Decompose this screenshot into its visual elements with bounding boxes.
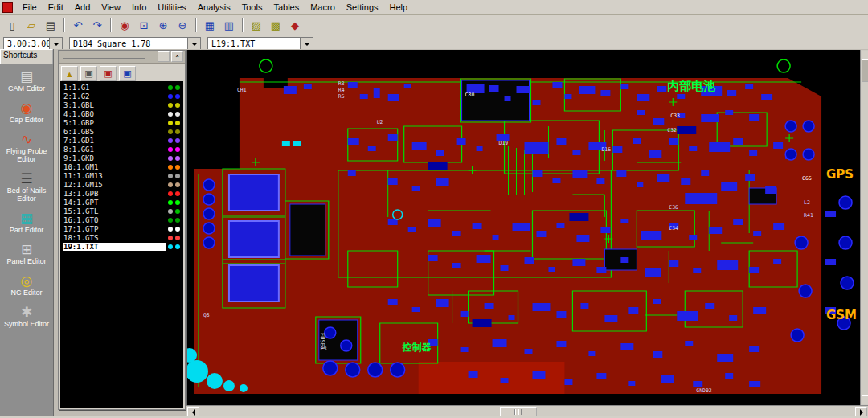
layer-row[interactable]: 17:1.GTP	[60, 224, 183, 233]
layer-color-dot[interactable]	[175, 244, 180, 249]
redo-icon[interactable]: ↷	[88, 16, 107, 34]
layer-color-dot[interactable]	[168, 174, 173, 178]
layer-row[interactable]: 3:1.GBL	[60, 100, 183, 109]
layer-row[interactable]: 14:1.GPT	[60, 198, 183, 207]
layer-row[interactable]: 1:1.G1	[60, 83, 183, 92]
drag-handle[interactable]	[63, 55, 145, 59]
layer-color-dot[interactable]	[168, 121, 173, 125]
sidebar-item-panel-editor[interactable]: ⊞ Panel Editor	[0, 237, 53, 268]
layer-color-dot[interactable]	[175, 121, 180, 125]
layer-color-dot[interactable]	[168, 200, 173, 205]
layer-row[interactable]: 16:1.GTO	[60, 215, 183, 224]
sidebar-item-symbol-editor[interactable]: ✱ Symbol Editor	[0, 300, 53, 331]
layer-color-dot[interactable]	[175, 218, 180, 223]
menu-item-info[interactable]: Info	[126, 1, 152, 14]
layer-color-dot[interactable]	[168, 165, 173, 170]
menu-item-tools[interactable]: Tools	[236, 1, 268, 14]
layer-row-selected[interactable]: 19:1.TXT	[60, 242, 183, 251]
layer-colors-icon[interactable]: ▣	[100, 66, 117, 81]
macro-icon[interactable]: ◆	[285, 16, 305, 34]
layer-row[interactable]: 18:1.GTS	[60, 233, 183, 242]
layer-color-dot[interactable]	[168, 147, 173, 152]
layer-row[interactable]: 12:1.GM15	[60, 180, 183, 189]
scroll-up-button[interactable]	[862, 51, 868, 59]
layer-color-dot[interactable]	[168, 218, 173, 223]
menu-item-settings[interactable]: Settings	[341, 1, 384, 14]
pcb-canvas[interactable]: 内部电池 GPS GSM 控制器 FUSE1 CH1 R3 R4 R5 U2 C…	[186, 50, 868, 405]
layer-row[interactable]: 13:1.GPB	[60, 189, 183, 198]
layer-color-dot[interactable]	[175, 103, 180, 108]
open-file-icon[interactable]: ▱	[22, 16, 41, 34]
menu-item-tables[interactable]: Tables	[268, 1, 305, 14]
layer-row[interactable]: 8:1.GG1	[60, 145, 183, 154]
film-grid-active-icon[interactable]: ▩	[266, 16, 285, 34]
sidebar-item-bed-of-nails-editor[interactable]: ☰ Bed of Nails Editor	[0, 166, 53, 206]
horizontal-scrollbar[interactable]	[186, 405, 868, 417]
layer-row[interactable]: 7:1.GD1	[60, 136, 183, 145]
menu-item-utilities[interactable]: Utilities	[152, 1, 191, 14]
scroll-down-button[interactable]	[862, 395, 868, 404]
pcb-view[interactable]: 内部电池 GPS GSM 控制器 FUSE1 CH1 R3 R4 R5 U2 C…	[187, 50, 868, 405]
sidebar-item-part-editor[interactable]: ▦ Part Editor	[0, 206, 53, 237]
aperture-table-icon[interactable]: ▥	[219, 16, 239, 34]
layer-color-dot[interactable]	[175, 174, 180, 178]
layer-color-dot[interactable]	[168, 129, 173, 134]
layer-color-dot[interactable]	[168, 182, 173, 187]
layer-color-dot[interactable]	[168, 138, 173, 143]
layer-row[interactable]: 15:1.GTL	[60, 207, 183, 215]
sidebar-item-flying-probe-editor[interactable]: ∿ Flying Probe Editor	[0, 127, 53, 166]
new-file-icon[interactable]: ▯	[2, 16, 22, 34]
redraw-icon[interactable]: ◉	[115, 16, 134, 34]
layer-color-dot[interactable]	[175, 138, 180, 143]
layer-color-dot[interactable]	[168, 209, 173, 214]
layer-import-icon[interactable]: ▣	[80, 66, 97, 81]
vertical-scroll-thumb[interactable]	[862, 59, 868, 82]
undo-icon[interactable]: ↶	[68, 16, 88, 34]
layers-panel-titlebar[interactable]: _ ×	[59, 51, 185, 64]
layer-row[interactable]: 6:1.GBS	[60, 127, 183, 136]
layer-color-dot[interactable]	[175, 191, 180, 196]
layer-row[interactable]: 10:1.GM1	[60, 162, 183, 171]
layer-color-dot[interactable]	[168, 227, 173, 232]
menu-item-analysis[interactable]: Analysis	[192, 1, 236, 14]
layer-color-dot[interactable]	[175, 200, 180, 205]
film-grid-icon[interactable]: ▨	[247, 16, 266, 34]
zoom-in-icon[interactable]: ⊕	[154, 16, 173, 34]
menu-item-macro[interactable]: Macro	[305, 1, 341, 14]
layer-row[interactable]: 5:1.GBP	[60, 118, 183, 127]
layer-color-dot[interactable]	[168, 94, 173, 99]
layer-color-dot[interactable]	[175, 165, 180, 170]
sidebar-item-cam-editor[interactable]: ▤ CAM Editor	[0, 64, 53, 96]
layer-color-dot[interactable]	[175, 227, 180, 232]
layer-color-dot[interactable]	[175, 129, 180, 134]
layer-color-dot[interactable]	[168, 112, 173, 117]
sidebar-item-nc-editor[interactable]: ◎ NC Editor	[0, 268, 53, 300]
zoom-out-icon[interactable]: ⊖	[173, 16, 192, 34]
layer-color-dot[interactable]	[175, 182, 180, 187]
vertical-scrollbar[interactable]	[860, 50, 868, 405]
print-icon[interactable]: ▤	[41, 16, 60, 34]
layer-color-dot[interactable]	[175, 147, 180, 152]
layer-table-icon[interactable]: ▦	[200, 16, 219, 34]
layer-color-dot[interactable]	[175, 112, 180, 117]
layer-row[interactable]: 9:1.GKD	[60, 154, 183, 162]
layer-table-icon[interactable]: ▣	[119, 66, 136, 81]
layer-color-dot[interactable]	[168, 156, 173, 161]
layer-color-dot[interactable]	[175, 85, 180, 90]
shortcuts-header[interactable]: Shortcuts	[0, 49, 53, 64]
layer-color-dot[interactable]	[168, 244, 173, 249]
sidebar-item-cap-editor[interactable]: ◉ Cap Editor	[0, 96, 53, 127]
layer-row[interactable]: 11:1.GM13	[60, 171, 183, 180]
close-button[interactable]: ×	[171, 51, 183, 62]
layer-color-dot[interactable]	[168, 236, 173, 240]
layer-color-dot[interactable]	[168, 103, 173, 108]
menu-item-edit[interactable]: Edit	[43, 1, 69, 14]
layer-add-icon[interactable]: ▲	[61, 66, 78, 81]
layer-color-dot[interactable]	[168, 191, 173, 196]
layer-row[interactable]: 2:1.G2	[60, 92, 183, 100]
menu-item-add[interactable]: Add	[69, 1, 96, 14]
menu-item-view[interactable]: View	[96, 1, 126, 14]
layer-color-dot[interactable]	[175, 236, 180, 240]
menu-item-file[interactable]: File	[17, 1, 43, 14]
layer-color-dot[interactable]	[168, 85, 173, 90]
